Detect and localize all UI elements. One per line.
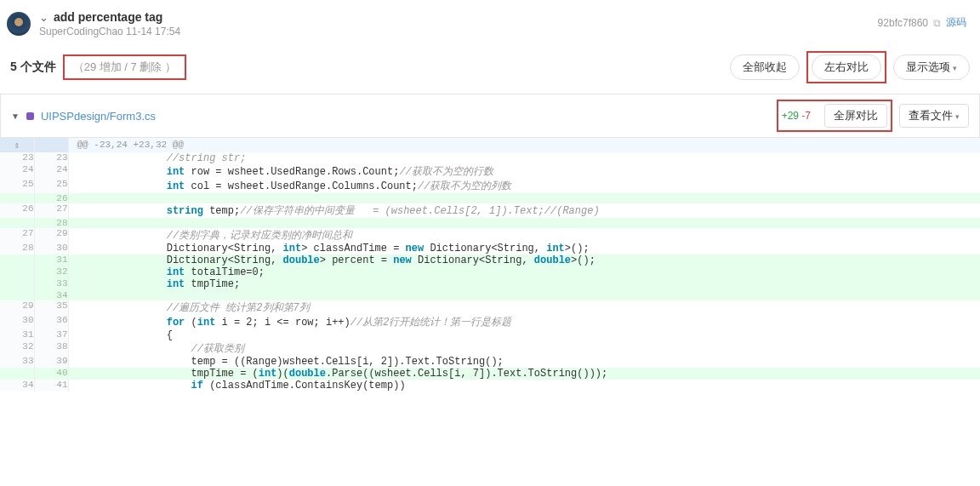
source-link[interactable]: 源码 [946, 15, 966, 30]
diff-line: 3238 //获取类别 [0, 341, 980, 356]
new-line-number: 27 [34, 203, 68, 218]
commit-title: add percentage tag [54, 10, 162, 24]
avatar [7, 12, 31, 36]
fullscreen-diff-button[interactable]: 全屏对比 [824, 104, 887, 128]
files-count: 5 个文件 [10, 60, 56, 75]
diff-line: 40 tmpTime = (int)(double.Parse((wsheet.… [0, 368, 980, 380]
commit-meta: SuperCodingChao 11-14 17:54 [39, 26, 878, 37]
diff-stats: （29 增加 / 7 删除 ） [73, 60, 176, 73]
code-content: //获取类别 [68, 341, 980, 356]
new-line-number: 30 [34, 243, 68, 254]
diff-line: 32 int totalTime=0; [0, 266, 980, 278]
highlight-box-filestats: +29 -7 全屏对比 [777, 100, 892, 132]
old-line-number [0, 290, 34, 300]
code-content: //string str; [68, 152, 980, 164]
old-line-number: 23 [0, 152, 34, 164]
diff-line: 33 int tmpTime; [0, 278, 980, 290]
diff-line: 28 [0, 218, 980, 228]
old-line-number [0, 254, 34, 266]
code-content: tmpTime = (int)(double.Parse((wsheet.Cel… [68, 368, 980, 380]
old-line-number: 25 [0, 179, 34, 193]
code-content: temp = ((Range)wsheet.Cells[i, 2]).Text.… [68, 356, 980, 368]
display-options-button[interactable]: 显示选项 [893, 54, 970, 80]
new-line-number: 38 [34, 341, 68, 356]
old-line-number: 32 [0, 341, 34, 356]
new-line-number: 35 [34, 300, 68, 315]
file-diff-stats: +29 -7 [782, 110, 811, 122]
code-content: string temp;//保存字符串的中间变量 = (wsheet.Cells… [68, 203, 980, 218]
hunk-header: ⇕ @@ -23,24 +23,32 @@ [0, 138, 980, 152]
copy-icon[interactable]: ⧉ [933, 17, 941, 29]
code-content: { [68, 329, 980, 341]
code-content [68, 218, 980, 228]
new-line-number: 31 [34, 254, 68, 266]
diff-table: ⇕ @@ -23,24 +23,32 @@ 2323 //string str;… [0, 138, 980, 392]
code-content: int col = wsheet.UsedRange.Columns.Count… [68, 179, 980, 193]
diff-line: 3036 for (int i = 2; i <= row; i++)//从第2… [0, 315, 980, 329]
diff-line: 3137 { [0, 329, 980, 341]
new-line-number: 36 [34, 315, 68, 329]
old-line-number [0, 278, 34, 290]
highlight-box-sidebyside: 左右对比 [806, 51, 886, 83]
diff-line: 31 Dictionary<String, double> percent = … [0, 254, 980, 266]
diff-line: 2525 int col = wsheet.UsedRange.Columns.… [0, 179, 980, 193]
highlight-box-stats: （29 增加 / 7 删除 ） [63, 54, 186, 80]
diff-line: 3441 if (classAndTime.ContainsKey(temp)) [0, 380, 980, 392]
old-line-number: 31 [0, 329, 34, 341]
code-content: int tmpTime; [68, 278, 980, 290]
collapse-file-icon[interactable]: ▼ [11, 111, 20, 121]
code-content [68, 193, 980, 203]
diff-line: 3339 temp = ((Range)wsheet.Cells[i, 2]).… [0, 356, 980, 368]
new-line-number: 37 [34, 329, 68, 341]
new-line-number: 33 [34, 278, 68, 290]
new-line-number: 23 [34, 152, 68, 164]
diff-line: 2729 //类别字典，记录对应类别的净时间总和 [0, 228, 980, 243]
new-line-number: 32 [34, 266, 68, 278]
new-line-number: 34 [34, 290, 68, 300]
new-line-number: 29 [34, 228, 68, 243]
diff-line: 2424 int row = wsheet.UsedRange.Rows.Cou… [0, 164, 980, 179]
code-content: //类别字典，记录对应类别的净时间总和 [68, 228, 980, 243]
new-line-number: 41 [34, 380, 68, 392]
side-by-side-button[interactable]: 左右对比 [812, 54, 881, 80]
old-line-number: 26 [0, 203, 34, 218]
new-line-number: 26 [34, 193, 68, 203]
code-content: Dictionary<String, double> percent = new… [68, 254, 980, 266]
old-line-number: 28 [0, 243, 34, 254]
collapse-all-button[interactable]: 全部收起 [730, 54, 800, 80]
old-line-number: 30 [0, 315, 34, 329]
file-path[interactable]: UIPSPdesign/Form3.cs [41, 110, 156, 123]
code-content: //遍历文件 统计第2列和第7列 [68, 300, 980, 315]
new-line-number: 25 [34, 179, 68, 193]
old-line-number [0, 266, 34, 278]
commit-hash: 92bfc7f860 [878, 17, 928, 29]
old-line-number: 29 [0, 300, 34, 315]
new-line-number: 24 [34, 164, 68, 179]
diff-line: 2627 string temp;//保存字符串的中间变量 = (wsheet.… [0, 203, 980, 218]
code-content [68, 290, 980, 300]
new-line-number: 40 [34, 368, 68, 380]
old-line-number [0, 193, 34, 203]
code-content: int row = wsheet.UsedRange.Rows.Count;//… [68, 164, 980, 179]
old-line-number: 33 [0, 356, 34, 368]
old-line-number [0, 368, 34, 380]
code-content: for (int i = 2; i <= row; i++)//从第2行开始统计… [68, 315, 980, 329]
code-content: Dictionary<String, int> classAndTime = n… [68, 243, 980, 254]
diff-line: 26 [0, 193, 980, 203]
code-content: if (classAndTime.ContainsKey(temp)) [68, 380, 980, 392]
view-file-button[interactable]: 查看文件 [899, 104, 969, 128]
new-line-number: 28 [34, 218, 68, 228]
old-line-number: 24 [0, 164, 34, 179]
diff-line: 2323 //string str; [0, 152, 980, 164]
expand-icon[interactable]: ⇕ [0, 138, 34, 152]
diff-line: 2830 Dictionary<String, int> classAndTim… [0, 243, 980, 254]
new-line-number: 39 [34, 356, 68, 368]
old-line-number: 27 [0, 228, 34, 243]
old-line-number: 34 [0, 380, 34, 392]
diff-line: 2935 //遍历文件 统计第2列和第7列 [0, 300, 980, 315]
old-line-number [0, 218, 34, 228]
chevron-down-icon[interactable]: ⌄ [39, 11, 48, 24]
diff-line: 34 [0, 290, 980, 300]
modified-icon [26, 112, 34, 120]
code-content: int totalTime=0; [68, 266, 980, 278]
